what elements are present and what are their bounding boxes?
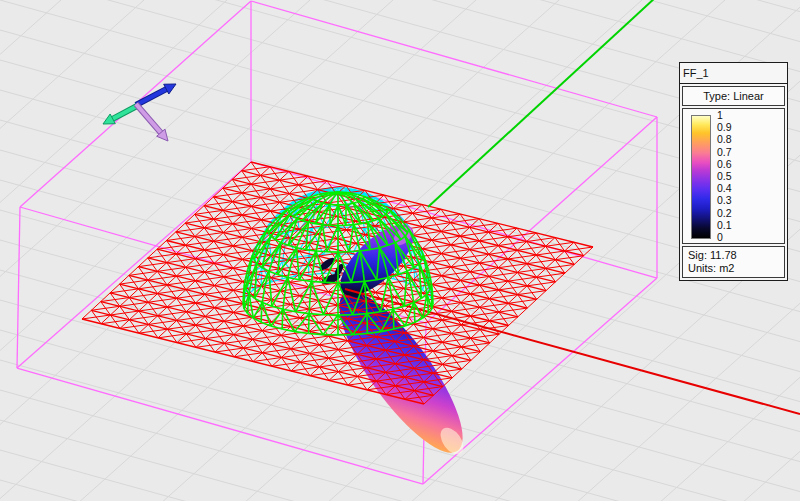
colorbar-gradient (691, 115, 711, 239)
colorbar-tick: 0.7 (717, 146, 732, 158)
3d-model-viewport[interactable]: FF_1 Type: Linear 10.90.80.70.60.50.40.3… (0, 0, 800, 501)
legend-colorbar-box: 10.90.80.70.60.50.40.30.20.10 (682, 108, 785, 244)
colorbar-tick: 0.6 (717, 158, 732, 170)
legend-title: FF_1 (680, 63, 787, 84)
colorbar-tick: 1 (717, 109, 732, 121)
colorbar-tick: 0.9 (717, 121, 732, 133)
legend-sig-box: Sig: 11.78 Units: m2 (682, 246, 785, 278)
colorbar-tick: 0.8 (717, 133, 732, 145)
orientation-triad (103, 84, 176, 141)
colorbar-tick: 0.3 (717, 194, 732, 206)
colorbar-tick: 0 (717, 231, 732, 243)
colorbar-tick: 0.5 (717, 170, 732, 182)
colorbar-ticks: 10.90.80.70.60.50.40.30.20.10 (717, 109, 732, 243)
farfield-legend[interactable]: FF_1 Type: Linear 10.90.80.70.60.50.40.3… (679, 62, 788, 281)
colorbar-tick: 0.2 (717, 207, 732, 219)
colorbar-tick: 0.4 (717, 182, 732, 194)
legend-type-label: Type: Linear (682, 86, 785, 106)
radiation-dome-front[interactable] (243, 192, 433, 335)
legend-units-value: Units: m2 (688, 262, 779, 275)
legend-sig-value: Sig: 11.78 (688, 249, 779, 262)
bounding-box-wireframe[interactable] (17, 1, 657, 484)
colorbar-tick: 0.1 (717, 219, 732, 231)
